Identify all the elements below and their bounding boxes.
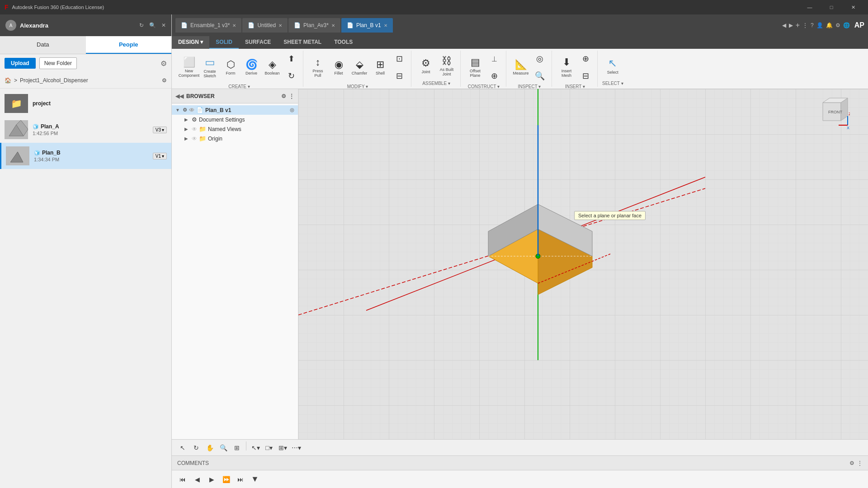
display-mode-button[interactable]: □▾ bbox=[263, 441, 275, 454]
tab-plan-av3[interactable]: 📄 Plan_Av3* ✕ bbox=[288, 18, 340, 33]
comments-settings-icon[interactable]: ⚙ bbox=[849, 460, 854, 466]
press-pull-button[interactable]: ↕ PressPull bbox=[308, 56, 328, 79]
tab-plan-bv1[interactable]: 📄 Plan_B v1 ✕ bbox=[341, 18, 393, 33]
minimize-button[interactable]: — bbox=[799, 0, 820, 14]
tab-close-icon[interactable]: ✕ bbox=[232, 23, 236, 28]
refresh-icon[interactable]: ↻ bbox=[139, 22, 144, 28]
viewport-menu-button[interactable]: ⋯▾ bbox=[290, 441, 302, 454]
tree-item-plan-b[interactable]: ▼ ⚙ 👁 📄 Plan_B v1 ◎ bbox=[172, 105, 298, 115]
upload-button[interactable]: Upload bbox=[5, 58, 36, 69]
globe-icon[interactable]: 🌐 bbox=[843, 22, 850, 28]
list-item[interactable]: 🧊 Plan_A 1:42:56 PM V3▾ bbox=[0, 117, 171, 143]
measure-button[interactable]: 📐 Measure bbox=[511, 56, 531, 79]
viewport-gizmo[interactable]: FRONT Z X bbox=[814, 94, 850, 130]
ribbon-tab-tools[interactable]: TOOLS bbox=[328, 36, 359, 49]
timeline-end-button[interactable]: ⏭ bbox=[234, 473, 247, 486]
select-mode-button[interactable]: ↖▾ bbox=[249, 441, 262, 454]
timeline-filter-button[interactable]: ▼ bbox=[249, 473, 261, 486]
close-icon[interactable]: ✕ bbox=[161, 22, 166, 28]
chamfer-button[interactable]: ⬙ Chamfer bbox=[349, 56, 369, 79]
joint-button[interactable]: ⚙ Joint bbox=[416, 54, 436, 78]
timeline-play-button[interactable]: ▶ bbox=[205, 473, 218, 486]
design-dropdown[interactable]: DESIGN ▾ bbox=[172, 36, 209, 49]
maximize-button[interactable]: □ bbox=[821, 0, 842, 14]
ribbon-tab-sheet-metal[interactable]: SHEET METAL bbox=[277, 36, 328, 49]
form-button[interactable]: ⬡ Form bbox=[221, 56, 241, 79]
assemble-more-button[interactable]: ⛓ As BuiltJoint bbox=[437, 54, 457, 78]
tab-file-icon: 📄 bbox=[181, 22, 188, 28]
insert-svg-button[interactable]: ⊕ bbox=[577, 51, 594, 67]
insert-more-button[interactable]: ⊟ bbox=[577, 68, 594, 84]
scale-button[interactable]: ⊟ bbox=[391, 68, 407, 84]
boolean-button[interactable]: ◈ Boolean bbox=[262, 56, 282, 79]
pan-button[interactable]: ✋ bbox=[203, 441, 216, 454]
create-sketch-button[interactable]: ▭ CreateSketch bbox=[200, 56, 220, 79]
shell-button[interactable]: ⊞ Shell bbox=[370, 56, 390, 79]
tree-item-named-views[interactable]: ▶ 👁 📁 Named Views bbox=[172, 124, 298, 134]
fillet-button[interactable]: ◉ Fillet bbox=[329, 56, 349, 79]
browser-more-icon[interactable]: ⋮ bbox=[289, 93, 294, 99]
tab-close-icon[interactable]: ✕ bbox=[331, 23, 335, 28]
list-item[interactable]: 📁 project bbox=[0, 90, 171, 117]
ribbon-tab-solid[interactable]: SOLID bbox=[209, 36, 239, 49]
account-name: Alexandra bbox=[20, 22, 136, 29]
timeline-rewind-button[interactable]: ⏮ bbox=[176, 473, 189, 486]
browser-settings-icon[interactable]: ⚙ bbox=[281, 93, 286, 99]
viewport[interactable]: Select a plane or planar face FRONT bbox=[298, 89, 868, 439]
user-icon[interactable]: 👤 bbox=[816, 22, 823, 28]
tab-scroll-left[interactable]: ◀ bbox=[782, 22, 786, 28]
search-icon[interactable]: 🔍 bbox=[149, 22, 156, 28]
comments-expand-icon[interactable]: ⋮ bbox=[857, 460, 863, 466]
timeline-prev-button[interactable]: ◀ bbox=[191, 473, 203, 486]
timeline-next-button[interactable]: ⏩ bbox=[220, 473, 232, 486]
midplane-button[interactable]: ⟂ bbox=[486, 51, 502, 67]
interference-button[interactable]: ◎ bbox=[532, 51, 548, 67]
settings-icon[interactable]: ⚙ bbox=[835, 22, 840, 28]
list-item[interactable]: 🧊 Plan_B 1:34:34 PM V1▾ bbox=[0, 143, 171, 169]
orbit-button[interactable]: ↻ bbox=[190, 441, 203, 454]
settings-icon[interactable]: ⚙ bbox=[160, 59, 167, 68]
tab-data[interactable]: Data bbox=[0, 36, 86, 54]
insert-button[interactable]: ⬇ InsertMesh bbox=[557, 56, 576, 79]
app-title: Autodesk Fusion 360 (Education License) bbox=[12, 5, 796, 10]
home-icon[interactable]: 🏠 bbox=[5, 77, 11, 84]
notification-icon[interactable]: 🔔 bbox=[826, 22, 833, 28]
close-button[interactable]: ✕ bbox=[843, 0, 863, 14]
ribbon-tab-surface[interactable]: SURFACE bbox=[239, 36, 277, 49]
tab-ensamble[interactable]: 📄 Ensamble_1 v3* ✕ bbox=[175, 18, 241, 33]
version-badge[interactable]: V3▾ bbox=[153, 127, 167, 133]
derive-button[interactable]: 🌀 Derive bbox=[241, 56, 261, 79]
new-folder-button[interactable]: New Folder bbox=[39, 57, 77, 69]
offset-plane-button[interactable]: ▤ OffsetPlane bbox=[465, 56, 485, 79]
browser-collapse-icon[interactable]: ◀◀ bbox=[175, 93, 184, 99]
tab-label: Plan_Av3* bbox=[303, 22, 329, 28]
help-icon[interactable]: ? bbox=[811, 22, 814, 28]
cursor-button[interactable]: ↖ bbox=[176, 441, 189, 454]
tab-close-icon[interactable]: ✕ bbox=[384, 23, 387, 28]
ribbon-group-modify: ↕ PressPull ◉ Fillet ⬙ Chamfer ⊞ bbox=[304, 51, 411, 87]
project-settings-icon[interactable]: ⚙ bbox=[162, 77, 167, 84]
tab-scroll-right[interactable]: ▶ bbox=[789, 22, 793, 28]
select-button[interactable]: ↖ Select bbox=[603, 54, 623, 78]
zoom-button[interactable]: 🔍 bbox=[217, 441, 230, 454]
tab-close-icon[interactable]: ✕ bbox=[278, 23, 282, 28]
tab-add-button[interactable]: + bbox=[796, 21, 800, 29]
version-badge[interactable]: V1▾ bbox=[153, 153, 167, 160]
tab-people[interactable]: People bbox=[86, 36, 172, 54]
draft-button[interactable]: ⊡ bbox=[391, 51, 407, 67]
tab-menu-button[interactable]: ⋮ bbox=[802, 22, 808, 28]
extrude-button[interactable]: ⬆ bbox=[283, 51, 299, 67]
revolve-button[interactable]: ↻ bbox=[283, 68, 299, 84]
tree-item-origin[interactable]: ▶ 👁 📁 Origin bbox=[172, 134, 298, 143]
breadcrumb-project[interactable]: Project1_Alcohol_Dispenser bbox=[20, 77, 88, 84]
new-component-button[interactable]: ⬜ NewComponent bbox=[179, 56, 199, 79]
fit-button[interactable]: ⊞ bbox=[231, 441, 243, 454]
construct-more-button[interactable]: ⊕ bbox=[486, 68, 502, 84]
target-icon[interactable]: ◎ bbox=[290, 107, 294, 113]
app-icon: F bbox=[5, 4, 9, 11]
tree-item-doc-settings[interactable]: ▶ ⚙ Document Settings bbox=[172, 115, 298, 124]
ribbon-group-construct: ▤ OffsetPlane ⟂ ⊕ CONSTRUCT ▾ bbox=[462, 51, 506, 87]
tab-untitled[interactable]: 📄 Untitled ✕ bbox=[242, 18, 288, 33]
inspect-more-button[interactable]: 🔍 bbox=[532, 68, 548, 84]
grid-button[interactable]: ⊞▾ bbox=[276, 441, 289, 454]
